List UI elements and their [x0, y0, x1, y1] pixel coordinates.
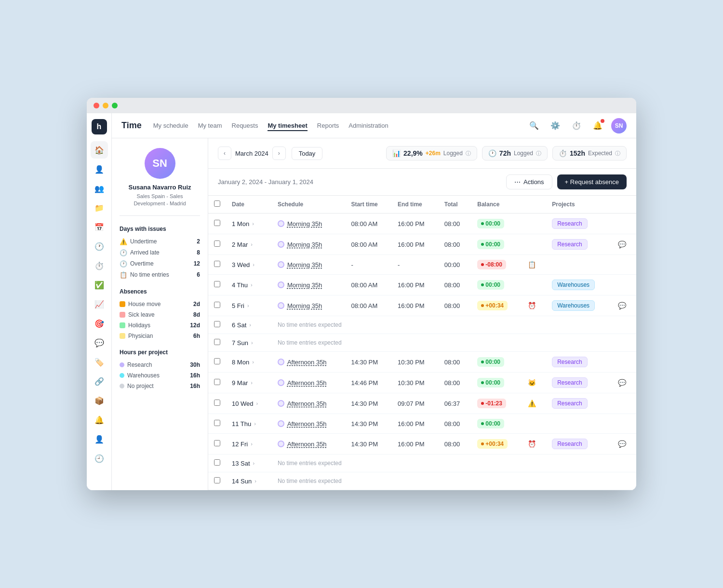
sidebar-item-calendar[interactable]: 📅	[91, 218, 108, 236]
schedule-dot	[278, 359, 284, 365]
nav-my-team[interactable]: My team	[198, 120, 222, 131]
timer-icon-btn[interactable]: ⏱️	[569, 118, 584, 134]
day-chevron-icon[interactable]: ›	[254, 421, 256, 427]
sidebar-item-history[interactable]: 🕘	[91, 450, 108, 467]
row-icon-cell	[522, 234, 546, 255]
sidebar-item-box[interactable]: 📦	[91, 392, 108, 409]
row-schedule-cell[interactable]: Afternoon 35h	[272, 393, 345, 414]
day-label: 10 Wed	[232, 400, 254, 407]
row-day-cell[interactable]: 12 Fri ›	[226, 434, 272, 454]
row-checkbox[interactable]	[214, 400, 220, 406]
expected-info[interactable]: ⓘ	[615, 150, 620, 157]
row-schedule-cell[interactable]: Morning 35h	[272, 234, 345, 255]
minimize-dot[interactable]	[103, 103, 108, 108]
day-chevron-icon[interactable]: ›	[251, 340, 253, 346]
sidebar-item-files[interactable]: 📁	[91, 199, 108, 216]
sidebar-item-users[interactable]: 👤	[91, 160, 108, 178]
row-schedule-cell[interactable]: Morning 35h	[272, 295, 345, 316]
comment-icon[interactable]: 💬	[618, 440, 626, 448]
row-schedule-cell[interactable]: Afternoon 35h	[272, 373, 345, 393]
search-icon-btn[interactable]: 🔍	[526, 118, 542, 134]
row-day-cell[interactable]: 9 Mar ›	[226, 373, 272, 393]
day-chevron-icon[interactable]: ›	[252, 221, 254, 227]
absence-house-move: House move 2d	[120, 301, 200, 307]
nav-requests[interactable]: Requests	[232, 120, 258, 131]
row-checkbox[interactable]	[214, 379, 220, 385]
row-checkbox[interactable]	[214, 420, 220, 426]
row-checkbox[interactable]	[214, 440, 220, 446]
comment-icon[interactable]: 💬	[618, 241, 626, 248]
row-checkbox[interactable]	[214, 477, 220, 483]
row-day-cell[interactable]: 3 Wed ›	[226, 255, 272, 275]
sidebar-item-clock[interactable]: 🕐	[91, 238, 108, 255]
sidebar-item-profile[interactable]: 👤	[91, 430, 108, 448]
day-chevron-icon[interactable]: ›	[252, 359, 254, 365]
sidebar-item-alert[interactable]: 🔔	[91, 411, 108, 428]
day-chevron-icon[interactable]: ›	[251, 241, 253, 247]
comment-icon[interactable]: 💬	[618, 302, 626, 309]
row-schedule-cell[interactable]: Afternoon 35h	[272, 352, 345, 373]
day-chevron-icon[interactable]: ›	[251, 282, 253, 288]
sidebar-item-target[interactable]: 🎯	[91, 315, 108, 332]
row-checkbox[interactable]	[214, 241, 220, 247]
row-day-cell[interactable]: 11 Thu ›	[226, 414, 272, 434]
overtime-label: Overtime	[130, 260, 191, 267]
row-day-cell[interactable]: 8 Mon ›	[226, 352, 272, 373]
sidebar-item-message[interactable]: 💬	[91, 334, 108, 351]
row-schedule-cell[interactable]: Morning 35h	[272, 275, 345, 295]
day-chevron-icon[interactable]: ›	[251, 380, 253, 386]
sidebar-item-check[interactable]: ✅	[91, 276, 108, 294]
sidebar-item-link[interactable]: 🔗	[91, 373, 108, 390]
settings-icon-btn[interactable]: ⚙️	[548, 118, 563, 134]
maximize-dot[interactable]	[112, 103, 118, 108]
sidebar-item-chart[interactable]: 📈	[91, 295, 108, 313]
row-checkbox[interactable]	[214, 302, 220, 308]
row-day-cell[interactable]: 5 Fri ›	[226, 295, 272, 316]
row-checkbox[interactable]	[214, 220, 220, 226]
row-schedule-cell[interactable]: Afternoon 35h	[272, 414, 345, 434]
nav-administration[interactable]: Administration	[348, 120, 388, 131]
day-chevron-icon[interactable]: ›	[253, 262, 254, 267]
row-checkbox[interactable]	[214, 339, 220, 345]
day-chevron-icon[interactable]: ›	[253, 460, 255, 466]
row-schedule-cell[interactable]: Morning 35h	[272, 214, 345, 234]
row-day-cell[interactable]: 4 Thu ›	[226, 275, 272, 295]
row-checkbox[interactable]	[214, 459, 220, 466]
row-day-cell[interactable]: 2 Mar ›	[226, 234, 272, 255]
sick-leave-value: 8d	[193, 311, 200, 318]
comment-icon[interactable]: 💬	[618, 379, 626, 387]
sidebar-item-tag[interactable]: 🏷️	[91, 353, 108, 371]
actions-btn[interactable]: ⋯ Actions	[506, 174, 552, 189]
day-chevron-icon[interactable]: ›	[249, 322, 251, 328]
row-schedule-cell[interactable]: Morning 35h	[272, 255, 345, 275]
sidebar-item-team[interactable]: 👥	[91, 180, 108, 197]
nav-my-timesheet[interactable]: My timesheet	[268, 120, 307, 131]
prev-month-btn[interactable]: ‹	[218, 147, 231, 160]
row-checkbox[interactable]	[214, 261, 220, 267]
sidebar-item-home[interactable]: 🏠	[91, 141, 108, 159]
close-dot[interactable]	[94, 103, 99, 108]
nav-my-schedule[interactable]: My schedule	[153, 120, 188, 131]
hours-logged-info[interactable]: ⓘ	[536, 150, 541, 157]
select-all-checkbox[interactable]	[214, 200, 220, 207]
today-btn[interactable]: Today	[292, 147, 323, 160]
user-avatar-nav[interactable]: SN	[611, 118, 627, 134]
notifications-icon-btn[interactable]: 🔔	[590, 118, 605, 134]
logged-info-icon[interactable]: ⓘ	[466, 150, 471, 157]
row-checkbox[interactable]	[214, 281, 220, 287]
day-chevron-icon[interactable]: ›	[247, 303, 249, 308]
row-schedule-cell[interactable]: Afternoon 35h	[272, 434, 345, 454]
row-day-cell[interactable]: 10 Wed ›	[226, 393, 272, 414]
sidebar-item-time2[interactable]: ⏱️	[91, 257, 108, 274]
nav-reports[interactable]: Reports	[317, 120, 339, 131]
day-chevron-icon[interactable]: ›	[254, 478, 256, 484]
day-chevron-icon[interactable]: ›	[256, 401, 258, 406]
row-checkbox[interactable]	[214, 358, 220, 364]
next-month-btn[interactable]: ›	[272, 147, 286, 160]
app-window: h 🏠 👤 👥 📁 📅 🕐 ⏱️ ✅ 📈 🎯 💬 🏷️ 🔗 📦 🔔 👤 🕘	[87, 98, 636, 490]
day-chevron-icon[interactable]: ›	[251, 441, 253, 447]
request-absence-btn[interactable]: + Request absence	[557, 174, 627, 189]
row-checkbox[interactable]	[214, 321, 220, 327]
row-day-cell[interactable]: 1 Mon ›	[226, 214, 272, 234]
issue-no-entries: 📋 No time entries 6	[120, 271, 200, 279]
